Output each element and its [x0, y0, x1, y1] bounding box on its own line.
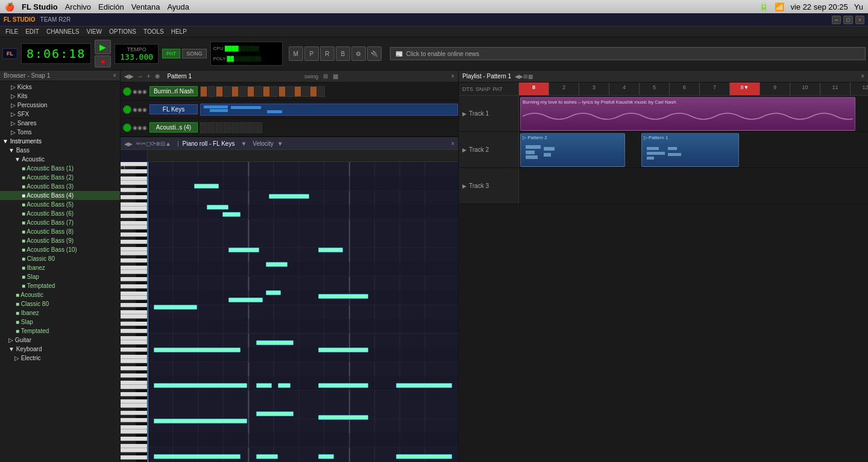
piano-key-white[interactable]: [121, 284, 147, 289]
channel-name-0[interactable]: Burnin..rl Nash: [149, 86, 198, 96]
menu-edit[interactable]: EDIT: [22, 28, 42, 36]
menu-options[interactable]: OPTIONS: [106, 28, 139, 36]
pad[interactable]: [200, 86, 207, 97]
piano-key-white[interactable]: [121, 348, 147, 352]
track-3-content[interactable]: [519, 168, 868, 204]
track-1-content[interactable]: Burning my love to ashes – lyrics by Pra…: [519, 96, 868, 131]
note-18[interactable]: [318, 383, 368, 388]
browser-item-snares[interactable]: ▷ Snares: [0, 119, 120, 128]
pad[interactable]: [271, 86, 278, 97]
piano-key-white[interactable]: [121, 404, 147, 408]
note-26[interactable]: [396, 454, 452, 459]
news-text[interactable]: Click to enable online news: [406, 51, 479, 57]
piano-key-white[interactable]: [121, 429, 147, 434]
piano-key-white[interactable]: [121, 221, 147, 225]
pad[interactable]: [255, 122, 262, 133]
note-10[interactable]: [266, 290, 281, 295]
channel-led-1[interactable]: [123, 105, 131, 114]
piano-key-white[interactable]: [121, 437, 147, 441]
piano-key-white[interactable]: [121, 181, 147, 185]
pad[interactable]: [208, 86, 215, 97]
pad[interactable]: [302, 86, 309, 97]
piano-key-white[interactable]: [121, 340, 147, 345]
note-23[interactable]: [154, 454, 241, 459]
channel-name-2[interactable]: Acousti..s (4): [149, 122, 198, 133]
browser-item-kits[interactable]: ▷ Kits: [0, 92, 120, 101]
mac-menu-ayuda[interactable]: Ayuda: [167, 2, 189, 11]
browser-item-acoustic-bass-9[interactable]: ■ Acoustic Bass (9): [0, 236, 120, 245]
note-7[interactable]: [318, 248, 343, 252]
browser-item-temptated[interactable]: ■ Temptated: [0, 281, 120, 290]
piano-key-white[interactable]: [121, 169, 147, 173]
tempo-value[interactable]: 133.000: [120, 52, 153, 61]
window-minimize[interactable]: –: [832, 16, 841, 24]
pad[interactable]: [247, 86, 254, 97]
piano-key-white[interactable]: [121, 207, 147, 211]
piano-key-white[interactable]: [121, 399, 147, 404]
piano-key-white[interactable]: [121, 202, 147, 207]
piano-key-white[interactable]: [121, 336, 147, 340]
piano-key-white[interactable]: [121, 176, 147, 181]
note-12[interactable]: [154, 348, 241, 352]
pattern2-clip[interactable]: ▷ Pattern 2: [520, 133, 625, 167]
rack-arrows[interactable]: ◀▶: [124, 73, 134, 80]
browser-item-classic80[interactable]: ■ Classic 80: [0, 254, 120, 263]
settings-icon[interactable]: ⚙: [351, 46, 366, 61]
velocity-label[interactable]: Velocity: [253, 140, 273, 147]
browser-item-acoustic-bass-10[interactable]: ■ Acoustic Bass (10): [0, 245, 120, 254]
pattern-icon[interactable]: P: [304, 46, 319, 61]
pad[interactable]: [224, 122, 231, 133]
note-17[interactable]: [278, 383, 291, 388]
browser-item-acoustic-bass-3[interactable]: ■ Acoustic Bass (3): [0, 182, 120, 191]
track-2-content[interactable]: ▷ Pattern 2 ▷ Pattern 1: [519, 132, 868, 167]
piano-key-white[interactable]: [121, 195, 147, 199]
pad[interactable]: [208, 122, 215, 133]
pad[interactable]: [231, 122, 239, 133]
piano-key-black[interactable]: [136, 460, 147, 462]
piano-key-white[interactable]: [121, 296, 147, 300]
rack-bars-icon[interactable]: ▦: [333, 73, 338, 80]
note-25[interactable]: [318, 454, 334, 459]
piano-key-white[interactable]: [121, 270, 147, 274]
rack-close-icon[interactable]: ×: [451, 73, 454, 80]
note-16[interactable]: [256, 383, 272, 388]
pad[interactable]: [263, 86, 270, 97]
browser-item-sfx[interactable]: ▷ SFX: [0, 110, 120, 119]
piano-key-white[interactable]: [121, 392, 147, 396]
browser-item-ibanez[interactable]: ■ Ibanez: [0, 263, 120, 272]
window-maximize[interactable]: □: [843, 16, 852, 24]
pad[interactable]: [247, 122, 254, 133]
pattern1-clip[interactable]: ▷ Pattern 1: [641, 133, 739, 167]
piano-key-white[interactable]: [121, 411, 147, 415]
piano-key-white[interactable]: [121, 303, 147, 307]
note-2[interactable]: [207, 205, 228, 210]
browser-item-acoustic-bass-8[interactable]: ■ Acoustic Bass (8): [0, 227, 120, 236]
piano-key-white[interactable]: [121, 329, 147, 333]
note-22[interactable]: [318, 415, 368, 420]
note-5[interactable]: [228, 248, 260, 252]
note-13[interactable]: [256, 340, 294, 345]
note-14[interactable]: [318, 348, 368, 352]
note-6[interactable]: [266, 262, 288, 267]
piano-key-white[interactable]: [121, 266, 147, 270]
piano-key-white[interactable]: [121, 214, 147, 218]
piano-key-white[interactable]: [121, 448, 147, 452]
pr-close-btn[interactable]: ×: [451, 140, 454, 147]
mac-menu-archivo[interactable]: Archivo: [65, 2, 91, 11]
rack-pattern-icon[interactable]: ⊕: [155, 73, 160, 80]
mac-menu-ventana[interactable]: Ventana: [131, 2, 160, 11]
stop-button[interactable]: ■: [95, 55, 111, 67]
browser-close-icon[interactable]: ×: [113, 72, 116, 79]
piano-grid[interactable]: [148, 162, 458, 462]
browser-item-bass[interactable]: ▼ Bass: [0, 146, 120, 155]
channel-led-2[interactable]: [123, 123, 131, 132]
browser-item-acoustic-bass-4[interactable]: ■ Acoustic Bass (4): [0, 191, 120, 200]
piano-key-white[interactable]: [121, 251, 147, 255]
menu-file[interactable]: FILE: [2, 28, 21, 36]
mac-menu-edicion[interactable]: Edición: [98, 2, 124, 11]
mixer-icon[interactable]: M: [289, 46, 303, 61]
pad[interactable]: [239, 122, 247, 133]
pattern-name[interactable]: Pattern 1: [167, 73, 192, 80]
song-button[interactable]: SONG: [182, 49, 207, 58]
note-19[interactable]: [396, 383, 452, 388]
